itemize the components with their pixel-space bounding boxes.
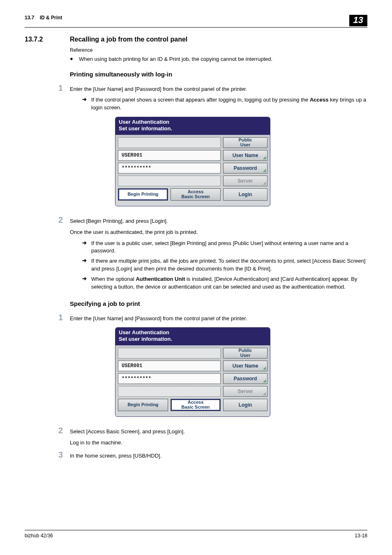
public-user-button[interactable]: Public User <box>223 137 267 148</box>
header-section-number: 13.7 <box>25 15 34 21</box>
arrow-icon: ➔ <box>82 257 91 273</box>
arrow-text: If the control panel shows a screen that… <box>91 96 367 112</box>
username-field[interactable]: USER001 <box>118 150 221 161</box>
subsection-number: 13.7.2 <box>25 36 70 43</box>
password-field[interactable]: ********** <box>118 373 221 384</box>
username-field[interactable]: USER001 <box>118 361 221 371</box>
user-name-button[interactable]: User Name◢ <box>223 361 267 371</box>
arrow-icon: ➔ <box>82 275 91 291</box>
step-text: Enter the [User Name] and [Password] fro… <box>70 83 367 93</box>
arrow-text: When the optional Authentication Unit is… <box>91 275 367 291</box>
header-section-title: ID & Print <box>40 15 62 21</box>
bullet-icon: ● <box>70 56 79 63</box>
step-number: 1 <box>25 83 70 93</box>
begin-printing-toggle[interactable]: Begin Printing <box>118 188 168 201</box>
access-basic-screen-toggle[interactable]: AccessBasic Screen <box>171 399 221 411</box>
reference-text: When using batch printing for an ID & Pr… <box>79 56 367 63</box>
begin-printing-toggle[interactable]: Begin Printing <box>118 399 168 411</box>
step-number: 1 <box>25 313 70 322</box>
reference-label: Reference <box>70 47 367 53</box>
chapter-badge: 13 <box>349 15 367 26</box>
heading-specifying-job: Specifying a job to print <box>70 300 367 307</box>
footer-page: 13-18 <box>355 533 367 539</box>
login-button[interactable]: Login <box>223 188 267 201</box>
blank-field <box>118 348 221 358</box>
step-continuation: Once the user is authenticated, the prin… <box>70 228 367 236</box>
step-text: Select [Begin Printing], and press [Logi… <box>70 215 367 225</box>
step-text: Enter the [User Name] and [Password] fro… <box>70 313 367 323</box>
password-field[interactable]: ********** <box>118 163 221 173</box>
password-button[interactable]: Password◢ <box>223 373 267 384</box>
server-field <box>118 176 221 186</box>
user-name-button[interactable]: User Name◢ <box>223 150 267 161</box>
footer-model: bizhub 42/36 <box>25 533 53 539</box>
running-header: 13.7 ID & Print <box>25 15 62 21</box>
arrow-text: If the user is a public user, select [Be… <box>91 240 367 255</box>
auth-panel: User Authentication Set user information… <box>115 117 270 206</box>
step-number: 2 <box>25 215 70 225</box>
step-continuation: Log in to the machine. <box>70 439 367 447</box>
arrow-text: If there are multiple print jobs, all th… <box>91 257 367 273</box>
panel-title: User Authentication Set user information… <box>115 117 270 135</box>
server-button: Server◢ <box>223 176 267 186</box>
step-number: 2 <box>25 426 70 435</box>
access-basic-screen-toggle[interactable]: AccessBasic Screen <box>171 188 221 201</box>
arrow-icon: ➔ <box>82 240 91 255</box>
auth-panel: User Authentication Set user information… <box>115 327 270 417</box>
server-button: Server◢ <box>223 386 267 397</box>
password-button[interactable]: Password◢ <box>223 163 267 173</box>
heading-printing-simultaneously: Printing simultaneously with log-in <box>70 71 367 78</box>
arrow-icon: ➔ <box>82 96 91 112</box>
public-user-button[interactable]: Public User <box>223 348 267 358</box>
step-text: Select [Access Basic Screen], and press … <box>70 426 367 436</box>
blank-field <box>118 137 221 148</box>
step-number: 3 <box>25 450 70 460</box>
subsection-title: Recalling a job from the control panel <box>70 36 367 43</box>
panel-title: User Authentication Set user information… <box>115 328 270 345</box>
step-text: In the home screen, press [USB/HDD]. <box>70 450 367 460</box>
login-button[interactable]: Login <box>223 399 267 411</box>
server-field <box>118 386 221 397</box>
